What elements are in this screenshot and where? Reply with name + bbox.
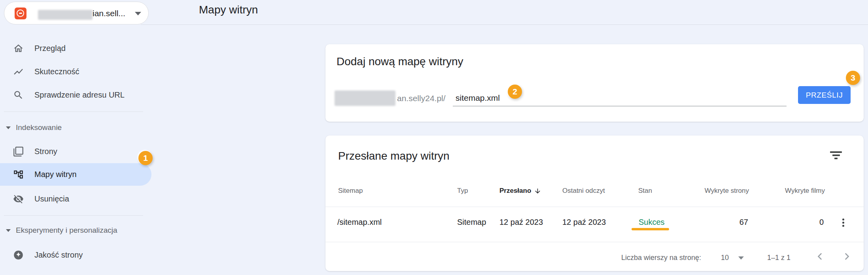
property-selector[interactable]: ian.sell... bbox=[4, 2, 149, 24]
redacted-url-blur bbox=[335, 90, 395, 106]
home-icon bbox=[13, 43, 24, 54]
sitemap-tree-icon bbox=[13, 169, 24, 180]
kebab-menu-icon[interactable] bbox=[840, 215, 847, 230]
cell-type: Sitemap bbox=[457, 218, 486, 227]
table-divider bbox=[325, 242, 864, 242]
column-header-discovered-videos[interactable]: Wykryte filmy bbox=[746, 187, 825, 195]
cell-discovered-videos: 0 bbox=[745, 218, 824, 227]
sidebar-item-label: Sprawdzenie adresu URL bbox=[34, 90, 125, 100]
pagination-range: 1–1 z 1 bbox=[767, 254, 790, 262]
submitted-sitemaps-card: Przesłane mapy witryn Sitemap Typ Przesł… bbox=[325, 136, 864, 271]
sidebar-item-overview[interactable]: Przegląd bbox=[0, 37, 151, 60]
cell-discovered-pages: 67 bbox=[669, 218, 748, 227]
search-icon bbox=[13, 90, 24, 100]
caret-down-icon bbox=[6, 126, 11, 129]
column-header-sitemap[interactable]: Sitemap bbox=[338, 187, 363, 195]
sidebar-item-label: Jakość strony bbox=[34, 251, 83, 260]
sitemap-input[interactable] bbox=[453, 90, 787, 106]
submitted-sitemaps-title: Przesłane mapy witryn bbox=[338, 150, 450, 162]
rows-per-page-label: Liczba wierszy na stronę: bbox=[621, 254, 701, 262]
cell-sitemap-path[interactable]: /sitemap.xml bbox=[337, 218, 382, 227]
page-title: Mapy witryn bbox=[199, 4, 258, 16]
sidebar-item-performance[interactable]: Skuteczność bbox=[0, 60, 151, 83]
submit-button[interactable]: PRZEŚLIJ bbox=[798, 86, 851, 104]
sidebar-section-experiments[interactable]: Eksperymenty i personalizacja bbox=[0, 222, 151, 239]
sidebar-item-pages[interactable]: Strony bbox=[0, 140, 151, 163]
cell-last-read-date: 12 paź 2023 bbox=[562, 218, 606, 227]
cell-submitted-date: 12 paź 2023 bbox=[499, 218, 543, 227]
rows-per-page-select[interactable]: 10 bbox=[721, 254, 729, 262]
add-sitemap-card: Dodaj nową mapę witryny an.selly24.pl/ P… bbox=[325, 44, 864, 122]
chevron-right-icon[interactable] bbox=[842, 251, 853, 264]
tutorial-step-badge-3: 3 bbox=[846, 71, 860, 85]
star-circle-icon bbox=[13, 250, 24, 260]
status-badge: Sukces bbox=[639, 218, 665, 227]
sidebar-section-label: Eksperymenty i personalizacja bbox=[16, 226, 117, 235]
column-header-last-read[interactable]: Ostatni odczyt bbox=[562, 187, 605, 195]
pages-icon bbox=[13, 146, 24, 157]
column-header-label: Przesłano bbox=[499, 187, 531, 195]
sidebar-item-sitemaps-selected[interactable]: Mapy witryn bbox=[0, 163, 151, 186]
caret-down-icon bbox=[6, 229, 11, 232]
rows-per-page-caret-icon[interactable] bbox=[738, 256, 744, 260]
column-header-submitted[interactable]: Przesłano bbox=[499, 187, 541, 195]
sidebar-section-indexing[interactable]: Indeksowanie bbox=[0, 119, 151, 136]
chevron-down-icon bbox=[135, 12, 141, 15]
add-sitemap-card-title: Dodaj nową mapę witryny bbox=[337, 55, 463, 68]
chevron-left-icon[interactable] bbox=[814, 251, 825, 264]
arrow-down-icon bbox=[534, 187, 541, 195]
status-highlight-underline bbox=[632, 228, 669, 230]
sidebar-item-label: Strony bbox=[34, 147, 57, 156]
sidebar-item-url-inspection[interactable]: Sprawdzenie adresu URL bbox=[0, 83, 151, 106]
redacted-domain-blur bbox=[38, 10, 93, 20]
favicon-dash bbox=[19, 13, 22, 14]
sidebar-item-label: Przegląd bbox=[34, 44, 66, 53]
tutorial-step-badge-2: 2 bbox=[508, 85, 522, 99]
sidebar-item-label: Mapy witryn bbox=[34, 170, 77, 179]
sidebar-item-label: Usunięcia bbox=[34, 194, 69, 203]
header-divider bbox=[141, 24, 868, 25]
tutorial-step-badge-1: 1 bbox=[138, 151, 153, 165]
property-favicon-icon bbox=[15, 8, 26, 19]
sidebar-item-label: Skuteczność bbox=[34, 67, 79, 76]
column-header-discovered-pages[interactable]: Wykryte strony bbox=[670, 187, 749, 195]
column-header-type[interactable]: Typ bbox=[457, 187, 468, 195]
sidebar-divider bbox=[4, 215, 143, 216]
eye-off-icon bbox=[13, 194, 24, 204]
sidebar-divider bbox=[4, 111, 143, 112]
filter-icon[interactable] bbox=[829, 150, 843, 161]
sidebar-section-label: Indeksowanie bbox=[16, 123, 62, 132]
column-header-status[interactable]: Stan bbox=[638, 187, 652, 195]
table-divider bbox=[325, 207, 864, 207]
line-chart-icon bbox=[13, 66, 24, 77]
sidebar-item-page-experience[interactable]: Jakość strony bbox=[0, 243, 151, 266]
sidebar-item-removals[interactable]: Usunięcia bbox=[0, 187, 151, 210]
sitemap-url-prefix: an.selly24.pl/ bbox=[397, 90, 446, 106]
property-domain-label: ian.sell... bbox=[93, 9, 125, 18]
